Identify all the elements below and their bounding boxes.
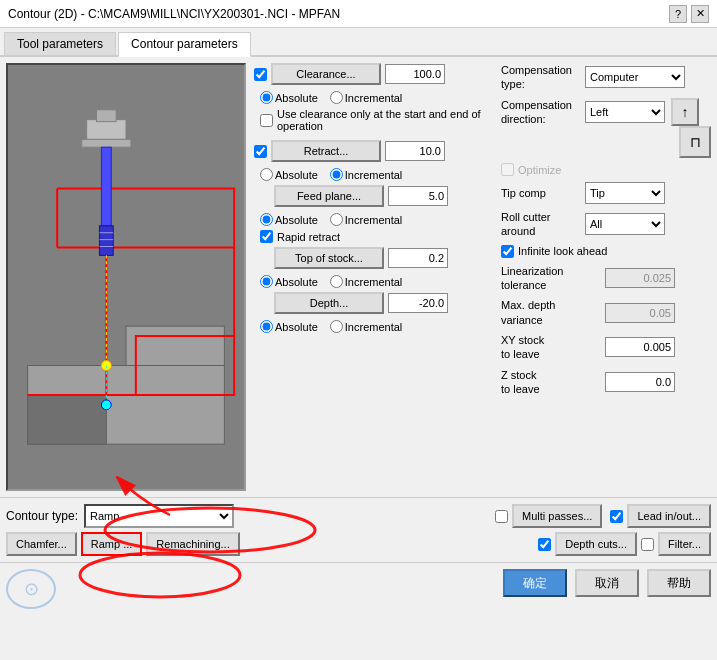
- clearance-radio-row: Absolute Incremental: [260, 91, 493, 104]
- filter-checkbox[interactable]: [641, 538, 654, 551]
- retract-incremental-label[interactable]: Incremental: [330, 168, 402, 181]
- tab-bar: Tool parameters Contour parameters: [0, 28, 717, 57]
- lead-inout-checkbox[interactable]: [610, 510, 623, 523]
- comp-type-select[interactable]: Computer Control Wear Off: [585, 66, 685, 88]
- svg-rect-8: [87, 120, 126, 140]
- chamfer-button[interactable]: Chamfer...: [6, 532, 77, 556]
- depth-cuts-checkbox[interactable]: [538, 538, 551, 551]
- contour-type-select[interactable]: 2D 2D chamfer Ramp Remachining: [84, 504, 234, 528]
- linearization-label: Linearization: [501, 264, 601, 278]
- ramp-button[interactable]: Ramp ...: [81, 532, 143, 556]
- depth-row: Depth...: [254, 292, 493, 314]
- cancel-button[interactable]: 取消: [575, 569, 639, 597]
- roll-cutter-label2: around: [501, 224, 581, 238]
- lead-inout-button[interactable]: Lead in/out...: [627, 504, 711, 528]
- filter-button[interactable]: Filter...: [658, 532, 711, 556]
- topofstock-button[interactable]: Top of stock...: [274, 247, 384, 269]
- multi-passes-group: Multi passes...: [495, 504, 602, 528]
- clearance-checkbox[interactable]: [254, 68, 267, 81]
- multi-passes-button[interactable]: Multi passes...: [512, 504, 602, 528]
- comp-dir-select[interactable]: Left Right: [585, 101, 665, 123]
- title-bar: Contour (2D) - C:\MCAM9\MILL\NCI\YX20030…: [0, 0, 717, 28]
- depth-cuts-button[interactable]: Depth cuts...: [555, 532, 637, 556]
- tip-comp-select[interactable]: Tip Center: [585, 182, 665, 204]
- topofstock-absolute-label[interactable]: Absolute: [260, 275, 318, 288]
- help-action-button[interactable]: 帮助: [647, 569, 711, 597]
- depth-incremental-radio[interactable]: [330, 320, 343, 333]
- roll-cutter-row: Roll cutter around All None Corners: [501, 210, 711, 239]
- retract-input[interactable]: [385, 141, 445, 161]
- feedplane-input[interactable]: [388, 186, 448, 206]
- clearance-absolute-label[interactable]: Absolute: [260, 91, 318, 104]
- topofstock-input[interactable]: [388, 248, 448, 268]
- depth-absolute-radio[interactable]: [260, 320, 273, 333]
- depth-cuts-group: Depth cuts...: [538, 532, 637, 556]
- optimize-label: Optimize: [518, 164, 561, 176]
- sub-buttons-row: Chamfer... Ramp ... Remachining... Depth…: [6, 532, 711, 556]
- feedplane-absolute-label[interactable]: Absolute: [260, 213, 318, 226]
- retract-incremental-radio[interactable]: [330, 168, 343, 181]
- retract-checkbox[interactable]: [254, 145, 267, 158]
- feedplane-radio-row: Absolute Incremental: [260, 213, 493, 226]
- tab-contour-parameters[interactable]: Contour parameters: [118, 32, 251, 57]
- preview-panel: [6, 63, 246, 491]
- clearance-button[interactable]: Clearance...: [271, 63, 381, 85]
- max-depth-input[interactable]: [605, 303, 675, 323]
- tab-tool-parameters[interactable]: Tool parameters: [4, 32, 116, 55]
- infinite-lookahead-label: Infinite look ahead: [518, 245, 607, 257]
- cnc-preview-svg: [8, 65, 244, 489]
- clearance-input[interactable]: [385, 64, 445, 84]
- depth-button[interactable]: Depth...: [274, 292, 384, 314]
- retract-button[interactable]: Retract...: [271, 140, 381, 162]
- watermark-icon: ⊙: [6, 569, 56, 609]
- remachining-button[interactable]: Remachining...: [146, 532, 239, 556]
- clearance-incremental-label[interactable]: Incremental: [330, 91, 402, 104]
- clearance-row: Clearance...: [254, 63, 493, 85]
- rapid-retract-checkbox[interactable]: [260, 230, 273, 243]
- feedplane-absolute-radio[interactable]: [260, 213, 273, 226]
- linearization-input[interactable]: [605, 268, 675, 288]
- rapid-retract-row: Rapid retract: [260, 230, 493, 243]
- confirm-button[interactable]: 确定: [503, 569, 567, 597]
- tip-icon-button[interactable]: ⊓: [679, 126, 711, 158]
- clearance-incremental-radio[interactable]: [330, 91, 343, 104]
- z-stock-input[interactable]: [605, 372, 675, 392]
- comp-type-row: Compensation type: Computer Control Wear…: [501, 63, 711, 92]
- retract-absolute-radio[interactable]: [260, 168, 273, 181]
- help-button[interactable]: ?: [669, 5, 687, 23]
- comp-type-label: Compensation: [501, 63, 581, 77]
- clearance-absolute-radio[interactable]: [260, 91, 273, 104]
- comp-type-label2: type:: [501, 77, 581, 91]
- roll-cutter-select[interactable]: All None Corners: [585, 213, 665, 235]
- retract-absolute-label[interactable]: Absolute: [260, 168, 318, 181]
- max-depth-row: Max. depth variance: [501, 298, 711, 327]
- svg-rect-12: [99, 226, 113, 256]
- comp-dir-icon-button[interactable]: ↑: [671, 98, 699, 126]
- linearization-row: Linearization tolerance: [501, 264, 711, 293]
- main-content: Clearance... Absolute Incremental Use cl…: [0, 57, 717, 497]
- max-depth-label: Max. depth: [501, 298, 601, 312]
- tip-comp-label: Tip comp: [501, 187, 581, 199]
- close-button[interactable]: ✕: [691, 5, 709, 23]
- depth-incremental-label[interactable]: Incremental: [330, 320, 402, 333]
- infinite-lookahead-row: Infinite look ahead: [501, 245, 711, 258]
- feedplane-incremental-radio[interactable]: [330, 213, 343, 226]
- feedplane-row: Feed plane...: [254, 185, 493, 207]
- feedplane-incremental-label[interactable]: Incremental: [330, 213, 402, 226]
- clearance-only-checkbox[interactable]: [260, 114, 273, 127]
- depth-input[interactable]: [388, 293, 448, 313]
- topofstock-incremental-radio[interactable]: [330, 275, 343, 288]
- params-panel: Clearance... Absolute Incremental Use cl…: [254, 63, 493, 491]
- filter-group: Filter...: [641, 532, 711, 556]
- xy-stock-input[interactable]: [605, 337, 675, 357]
- topofstock-incremental-label[interactable]: Incremental: [330, 275, 402, 288]
- multi-passes-checkbox[interactable]: [495, 510, 508, 523]
- depth-absolute-label[interactable]: Absolute: [260, 320, 318, 333]
- feedplane-button[interactable]: Feed plane...: [274, 185, 384, 207]
- infinite-lookahead-checkbox[interactable]: [501, 245, 514, 258]
- lead-inout-group: Lead in/out...: [610, 504, 711, 528]
- right-panel: Compensation type: Computer Control Wear…: [501, 63, 711, 491]
- topofstock-absolute-radio[interactable]: [260, 275, 273, 288]
- optimize-checkbox[interactable]: [501, 163, 514, 176]
- xy-stock-row: XY stock to leave: [501, 333, 711, 362]
